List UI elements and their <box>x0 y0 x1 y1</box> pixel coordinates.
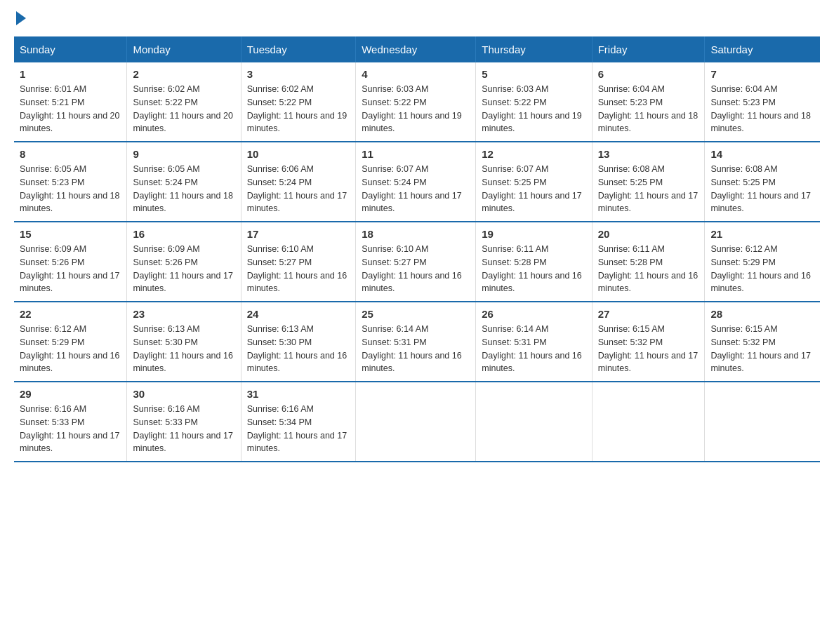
page-header <box>14 14 820 22</box>
calendar-cell: 11 Sunrise: 6:07 AMSunset: 5:24 PMDaylig… <box>356 142 476 222</box>
day-number: 4 <box>362 68 470 80</box>
day-number: 23 <box>133 308 234 320</box>
day-number: 24 <box>247 308 350 320</box>
calendar-cell: 2 Sunrise: 6:02 AMSunset: 5:22 PMDayligh… <box>127 62 241 142</box>
day-info: Sunrise: 6:16 AMSunset: 5:33 PMDaylight:… <box>133 404 232 453</box>
calendar-cell: 21 Sunrise: 6:12 AMSunset: 5:29 PMDaylig… <box>705 222 820 302</box>
calendar-header-saturday: Saturday <box>705 36 820 62</box>
day-number: 1 <box>20 68 121 80</box>
day-number: 25 <box>362 308 470 320</box>
day-number: 19 <box>482 228 585 240</box>
calendar-cell: 15 Sunrise: 6:09 AMSunset: 5:26 PMDaylig… <box>14 222 127 302</box>
calendar-cell: 28 Sunrise: 6:15 AMSunset: 5:32 PMDaylig… <box>705 302 820 382</box>
day-number: 6 <box>598 68 699 80</box>
day-number: 16 <box>133 228 234 240</box>
day-info: Sunrise: 6:08 AMSunset: 5:25 PMDaylight:… <box>598 164 698 213</box>
calendar-cell: 31 Sunrise: 6:16 AMSunset: 5:34 PMDaylig… <box>241 382 356 462</box>
day-info: Sunrise: 6:07 AMSunset: 5:24 PMDaylight:… <box>362 164 461 213</box>
day-info: Sunrise: 6:05 AMSunset: 5:23 PMDaylight:… <box>20 164 119 213</box>
day-info: Sunrise: 6:10 AMSunset: 5:27 PMDaylight:… <box>362 244 461 293</box>
day-info: Sunrise: 6:15 AMSunset: 5:32 PMDaylight:… <box>710 324 810 373</box>
calendar-cell: 24 Sunrise: 6:13 AMSunset: 5:30 PMDaylig… <box>241 302 356 382</box>
calendar-cell: 19 Sunrise: 6:11 AMSunset: 5:28 PMDaylig… <box>476 222 592 302</box>
calendar-cell: 13 Sunrise: 6:08 AMSunset: 5:25 PMDaylig… <box>592 142 705 222</box>
calendar-header-thursday: Thursday <box>476 36 592 62</box>
day-info: Sunrise: 6:14 AMSunset: 5:31 PMDaylight:… <box>482 324 581 373</box>
day-number: 26 <box>482 308 585 320</box>
day-info: Sunrise: 6:15 AMSunset: 5:32 PMDaylight:… <box>598 324 698 373</box>
calendar-week-row: 22 Sunrise: 6:12 AMSunset: 5:29 PMDaylig… <box>14 302 820 382</box>
calendar-cell: 3 Sunrise: 6:02 AMSunset: 5:22 PMDayligh… <box>241 62 356 142</box>
calendar-cell: 12 Sunrise: 6:07 AMSunset: 5:25 PMDaylig… <box>476 142 592 222</box>
day-info: Sunrise: 6:11 AMSunset: 5:28 PMDaylight:… <box>598 244 698 293</box>
day-number: 7 <box>710 68 814 80</box>
day-info: Sunrise: 6:02 AMSunset: 5:22 PMDaylight:… <box>247 84 347 133</box>
day-number: 17 <box>247 228 350 240</box>
calendar-cell: 16 Sunrise: 6:09 AMSunset: 5:26 PMDaylig… <box>127 222 241 302</box>
day-info: Sunrise: 6:04 AMSunset: 5:23 PMDaylight:… <box>598 84 698 133</box>
day-info: Sunrise: 6:06 AMSunset: 5:24 PMDaylight:… <box>247 164 347 213</box>
calendar-header-sunday: Sunday <box>14 36 127 62</box>
day-info: Sunrise: 6:04 AMSunset: 5:23 PMDaylight:… <box>710 84 810 133</box>
calendar-cell <box>592 382 705 462</box>
calendar-cell <box>476 382 592 462</box>
calendar-week-row: 8 Sunrise: 6:05 AMSunset: 5:23 PMDayligh… <box>14 142 820 222</box>
day-info: Sunrise: 6:13 AMSunset: 5:30 PMDaylight:… <box>133 324 232 373</box>
day-number: 30 <box>133 388 234 400</box>
logo-arrow-icon <box>16 11 26 25</box>
day-number: 18 <box>362 228 470 240</box>
day-info: Sunrise: 6:14 AMSunset: 5:31 PMDaylight:… <box>362 324 461 373</box>
calendar-header-friday: Friday <box>592 36 705 62</box>
day-number: 15 <box>20 228 121 240</box>
calendar-cell: 6 Sunrise: 6:04 AMSunset: 5:23 PMDayligh… <box>592 62 705 142</box>
calendar-cell: 9 Sunrise: 6:05 AMSunset: 5:24 PMDayligh… <box>127 142 241 222</box>
day-number: 13 <box>598 148 699 160</box>
day-number: 31 <box>247 388 350 400</box>
calendar-week-row: 1 Sunrise: 6:01 AMSunset: 5:21 PMDayligh… <box>14 62 820 142</box>
calendar-cell: 10 Sunrise: 6:06 AMSunset: 5:24 PMDaylig… <box>241 142 356 222</box>
day-info: Sunrise: 6:08 AMSunset: 5:25 PMDaylight:… <box>710 164 810 213</box>
day-info: Sunrise: 6:07 AMSunset: 5:25 PMDaylight:… <box>482 164 581 213</box>
day-number: 2 <box>133 68 234 80</box>
day-info: Sunrise: 6:13 AMSunset: 5:30 PMDaylight:… <box>247 324 347 373</box>
calendar-cell: 18 Sunrise: 6:10 AMSunset: 5:27 PMDaylig… <box>356 222 476 302</box>
day-number: 22 <box>20 308 121 320</box>
day-info: Sunrise: 6:03 AMSunset: 5:22 PMDaylight:… <box>362 84 461 133</box>
calendar-cell: 30 Sunrise: 6:16 AMSunset: 5:33 PMDaylig… <box>127 382 241 462</box>
calendar-cell: 25 Sunrise: 6:14 AMSunset: 5:31 PMDaylig… <box>356 302 476 382</box>
day-number: 21 <box>710 228 814 240</box>
day-info: Sunrise: 6:16 AMSunset: 5:34 PMDaylight:… <box>247 404 347 453</box>
calendar-header-monday: Monday <box>127 36 241 62</box>
day-info: Sunrise: 6:09 AMSunset: 5:26 PMDaylight:… <box>133 244 232 293</box>
calendar-cell: 20 Sunrise: 6:11 AMSunset: 5:28 PMDaylig… <box>592 222 705 302</box>
day-number: 27 <box>598 308 699 320</box>
day-number: 5 <box>482 68 585 80</box>
calendar-cell: 1 Sunrise: 6:01 AMSunset: 5:21 PMDayligh… <box>14 62 127 142</box>
calendar-cell: 5 Sunrise: 6:03 AMSunset: 5:22 PMDayligh… <box>476 62 592 142</box>
calendar-cell <box>356 382 476 462</box>
day-info: Sunrise: 6:10 AMSunset: 5:27 PMDaylight:… <box>247 244 347 293</box>
day-number: 10 <box>247 148 350 160</box>
day-info: Sunrise: 6:05 AMSunset: 5:24 PMDaylight:… <box>133 164 232 213</box>
day-number: 29 <box>20 388 121 400</box>
calendar-table: SundayMondayTuesdayWednesdayThursdayFrid… <box>14 36 820 462</box>
day-info: Sunrise: 6:09 AMSunset: 5:26 PMDaylight:… <box>20 244 119 293</box>
calendar-header-row: SundayMondayTuesdayWednesdayThursdayFrid… <box>14 36 820 62</box>
day-number: 8 <box>20 148 121 160</box>
calendar-cell: 4 Sunrise: 6:03 AMSunset: 5:22 PMDayligh… <box>356 62 476 142</box>
day-info: Sunrise: 6:02 AMSunset: 5:22 PMDaylight:… <box>133 84 232 133</box>
calendar-cell: 27 Sunrise: 6:15 AMSunset: 5:32 PMDaylig… <box>592 302 705 382</box>
day-info: Sunrise: 6:11 AMSunset: 5:28 PMDaylight:… <box>482 244 581 293</box>
calendar-cell: 23 Sunrise: 6:13 AMSunset: 5:30 PMDaylig… <box>127 302 241 382</box>
calendar-header-wednesday: Wednesday <box>356 36 476 62</box>
day-info: Sunrise: 6:16 AMSunset: 5:33 PMDaylight:… <box>20 404 119 453</box>
calendar-week-row: 29 Sunrise: 6:16 AMSunset: 5:33 PMDaylig… <box>14 382 820 462</box>
day-info: Sunrise: 6:01 AMSunset: 5:21 PMDaylight:… <box>20 84 119 133</box>
calendar-cell: 22 Sunrise: 6:12 AMSunset: 5:29 PMDaylig… <box>14 302 127 382</box>
day-number: 3 <box>247 68 350 80</box>
calendar-cell: 17 Sunrise: 6:10 AMSunset: 5:27 PMDaylig… <box>241 222 356 302</box>
day-number: 9 <box>133 148 234 160</box>
calendar-cell: 7 Sunrise: 6:04 AMSunset: 5:23 PMDayligh… <box>705 62 820 142</box>
calendar-cell: 26 Sunrise: 6:14 AMSunset: 5:31 PMDaylig… <box>476 302 592 382</box>
calendar-cell: 8 Sunrise: 6:05 AMSunset: 5:23 PMDayligh… <box>14 142 127 222</box>
